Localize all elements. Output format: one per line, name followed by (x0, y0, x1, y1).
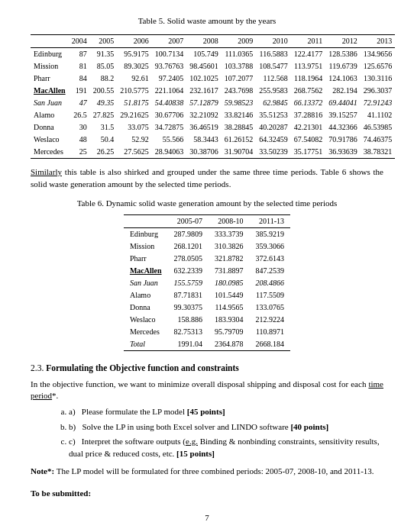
table5: 2004 2005 2006 2007 2008 2009 2010 2011 … (31, 34, 395, 159)
table6-header-row: 2005-07 2008-10 2011-13 (124, 214, 290, 227)
table5-header-row: 2004 2005 2006 2007 2008 2009 2010 2011 … (31, 35, 395, 48)
section-title: Formulating the Objective function and c… (46, 363, 239, 372)
col-2011: 2011 (291, 35, 326, 48)
city-macallen: MacAllen (31, 85, 69, 97)
to-be-submitted: To be submitted: (31, 488, 383, 499)
col-2005: 2005 (90, 35, 118, 48)
body-text-1: Similarly this table is also shirked and… (31, 166, 383, 190)
table-row: Edinburg 87 91.35 95.9175 100.7134 105.7… (31, 48, 395, 61)
city-sanjuan: San Juan (31, 97, 69, 109)
col-city (31, 35, 69, 48)
col-2013: 2013 (361, 35, 396, 48)
table5-title: Table 5. Solid waste amount by the years (31, 15, 383, 27)
table-row: Mercedes 82.75313 95.79709 110.8971 (124, 326, 290, 338)
list-item-c: c) Interpret the software outputs (e.g. … (69, 436, 383, 459)
table-row: Weslaco 158.886 183.9304 212.9224 (124, 314, 290, 326)
col-2012: 2012 (325, 35, 361, 48)
table-row: MacAllen 632.2339 731.8897 847.2539 (124, 265, 290, 277)
city2-edinburg: Edinburg (124, 227, 168, 240)
col-2009: 2009 (222, 35, 257, 48)
col2-201113: 2011-13 (250, 214, 291, 227)
city2-alamo: Alamo (124, 289, 168, 301)
city2-sanjuan: San Juan (124, 277, 168, 289)
page-number: 7 (31, 512, 383, 524)
table-row: Alamo 87.71831 101.5449 117.5509 (124, 289, 290, 301)
table-row: Pharr 278.0505 321.8782 372.6143 (124, 253, 290, 265)
section-number: 2.3. (31, 363, 46, 372)
table-row: San Juan 47 49.35 51.8175 54.40838 57.12… (31, 97, 395, 109)
list-items: a) Please formulate the LP model [45 poi… (53, 406, 383, 459)
eg-underline: e.g. (186, 437, 198, 446)
table-row-total: Total 1991.04 2364.878 2668.184 (124, 338, 290, 351)
table-row: Mission 81 85.05 89.3025 93.76763 98.456… (31, 60, 395, 73)
city2-mission: Mission (124, 240, 168, 253)
table6-title: Table 6. Dynamic solid waste generation … (31, 198, 383, 209)
para1: In the objective function, we want to mi… (31, 379, 383, 402)
city-edinburg: Edinburg (31, 48, 69, 61)
city2-total: Total (124, 338, 168, 351)
city-alamo: Alamo (31, 109, 69, 121)
city2-macallen: MacAllen (124, 265, 168, 277)
table-row: San Juan 155.5759 180.0985 208.4866 (124, 277, 290, 289)
city-mission: Mission (31, 60, 69, 73)
city2-mercedes: Mercedes (124, 326, 168, 338)
city-weslaco: Weslaco (31, 134, 69, 146)
table-row: Donna 99.30375 114.9565 133.0765 (124, 301, 290, 314)
col2-200507: 2005-07 (168, 214, 209, 227)
city2-pharr: Pharr (124, 253, 168, 265)
col2-200810: 2008-10 (209, 214, 250, 227)
table-row: Weslaco 48 50.4 52.92 55.566 58.3443 61.… (31, 134, 395, 146)
city-donna: Donna (31, 121, 69, 134)
table-row: Edinburg 287.9809 333.3739 385.9219 (124, 227, 290, 240)
time-period-underline: time period (31, 379, 383, 400)
list-item-b: b) Solve the LP in using both Excel solv… (69, 421, 383, 433)
similarly-underline: Similarly (31, 167, 62, 176)
table-row: MacAllen 191 200.55 210.5775 221.1064 23… (31, 85, 395, 97)
table-row: Alamo 26.5 27.825 29.21625 30.67706 32.2… (31, 109, 395, 121)
city-pharr: Pharr (31, 73, 69, 85)
list-item-a: a) Please formulate the LP model [45 poi… (69, 406, 383, 418)
table6-wrapper: Table 6. Dynamic solid waste generation … (31, 198, 383, 350)
col-2004: 2004 (69, 35, 90, 48)
col-2008: 2008 (186, 35, 222, 48)
city2-weslaco: Weslaco (124, 314, 168, 326)
table-row: Mission 268.1201 310.3826 359.3066 (124, 240, 290, 253)
table-row: Mercedes 25 26.25 27.5625 28.94063 30.38… (31, 146, 395, 159)
col-2006: 2006 (117, 35, 152, 48)
note-text: Note*: The LP model will be formulated f… (31, 466, 383, 477)
section-heading: 2.3. Formulating the Objective function … (31, 362, 383, 374)
col-2010: 2010 (256, 35, 291, 48)
col2-city (124, 214, 168, 227)
table-row: Pharr 84 88.2 92.61 97.2405 102.1025 107… (31, 73, 395, 85)
col-2007: 2007 (152, 35, 187, 48)
table6: 2005-07 2008-10 2011-13 Edinburg 287.980… (124, 214, 290, 351)
city2-donna: Donna (124, 301, 168, 314)
table-row: Donna 30 31.5 33.075 34.72875 36.46519 3… (31, 121, 395, 134)
city-mercedes: Mercedes (31, 146, 69, 159)
